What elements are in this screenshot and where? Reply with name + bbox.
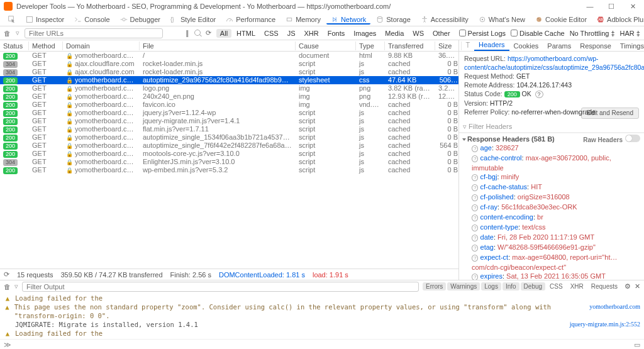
bottom-bar: ≫ ▭ bbox=[0, 339, 644, 349]
type-filter-media[interactable]: Media bbox=[381, 29, 408, 38]
pause-button[interactable]: ‖ bbox=[186, 29, 189, 37]
window-close-button[interactable]: ✕ bbox=[625, 3, 640, 11]
header-help-icon[interactable]: ? bbox=[472, 214, 478, 221]
console-tab-errors[interactable]: Errors bbox=[423, 282, 446, 291]
lock-icon: 🔒 bbox=[66, 110, 73, 116]
throttling-dropdown[interactable]: No Throttling ‡ bbox=[570, 30, 615, 37]
tab-accessibility[interactable]: Accessibility bbox=[416, 14, 473, 25]
console-filter-funnel-icon[interactable]: ▿ bbox=[14, 282, 18, 291]
column-header-transferred[interactable]: Transferred bbox=[385, 42, 435, 50]
tab-memory[interactable]: Memory bbox=[281, 14, 325, 25]
tab-network[interactable]: Network bbox=[326, 14, 370, 25]
tab-debugger[interactable]: Debugger bbox=[116, 14, 165, 25]
header-help-icon[interactable]: ? bbox=[472, 255, 478, 262]
header-row: ? cf-cache-status: HIT bbox=[463, 182, 640, 192]
pick-element-button[interactable] bbox=[4, 14, 20, 25]
tab-style-editor[interactable]: {}Style Editor bbox=[166, 14, 220, 25]
persist-logs-checkbox[interactable]: Persist Logs bbox=[459, 30, 506, 37]
console-tab-debug[interactable]: Debug bbox=[521, 282, 545, 291]
detail-tab-params[interactable]: Params bbox=[543, 41, 575, 51]
type-filter-xhr[interactable]: XHR bbox=[301, 29, 323, 38]
tab-whats-new[interactable]: What's New bbox=[474, 14, 530, 25]
column-header-cause[interactable]: Cause bbox=[296, 42, 356, 50]
header-help-icon[interactable]: ? bbox=[472, 224, 478, 231]
header-help-icon[interactable]: ? bbox=[472, 145, 478, 152]
type-filter-html[interactable]: HTML bbox=[233, 29, 259, 38]
tab-cookie-editor[interactable]: Cookie Editor bbox=[531, 14, 591, 25]
console-toggle-icon[interactable]: ▭ bbox=[634, 341, 640, 348]
disable-cache-checkbox[interactable]: Disable Cache bbox=[511, 30, 565, 37]
tab-adblock[interactable]: ABPAdblock Plus bbox=[592, 14, 644, 25]
console-tab-requests[interactable]: Requests bbox=[588, 282, 621, 291]
header-help-icon[interactable]: ? bbox=[472, 274, 478, 280]
header-help-icon[interactable]: ? bbox=[472, 204, 478, 211]
column-header-size[interactable]: Size bbox=[435, 42, 462, 50]
console-close-button[interactable]: ✕ bbox=[635, 282, 640, 291]
filter-headers-input[interactable]: ▿ Filter Headers bbox=[459, 121, 644, 133]
tab-console[interactable]: Console bbox=[70, 14, 114, 25]
console-message: ▲Loading failed for the with source "htt… bbox=[4, 329, 640, 338]
tab-inspector[interactable]: Inspector bbox=[21, 14, 69, 25]
detail-tab-response[interactable]: Response bbox=[575, 41, 616, 51]
type-filter-css[interactable]: CSS bbox=[260, 29, 282, 38]
column-header-method[interactable]: Method bbox=[29, 42, 63, 50]
detail-tab-timings[interactable]: Timings bbox=[616, 41, 644, 51]
reload-hint-button[interactable]: ⟳ bbox=[4, 270, 9, 279]
console-tab-info[interactable]: Info bbox=[502, 282, 519, 291]
type-filter-fonts[interactable]: Fonts bbox=[324, 29, 349, 38]
window-minimize-button[interactable]: — bbox=[582, 3, 597, 11]
header-row: ? expires: Sat, 13 Feb 2021 16:35:05 GMT bbox=[463, 272, 640, 280]
detail-close-button[interactable]: ⟙ bbox=[462, 40, 474, 51]
column-header-domain[interactable]: Domain bbox=[63, 42, 140, 50]
console-prompt-icon[interactable]: ≫ bbox=[4, 341, 11, 348]
console-tab-xhr[interactable]: XHR bbox=[567, 282, 587, 291]
har-dropdown[interactable]: HAR ‡ bbox=[620, 30, 640, 37]
type-filter-all[interactable]: All bbox=[216, 29, 231, 38]
header-help-icon[interactable]: ? bbox=[472, 155, 478, 162]
request-table-body[interactable]: 200GET🔒yomotherboard.com/documenthtml9.8… bbox=[0, 52, 458, 269]
clear-console-button[interactable]: 🗑 bbox=[4, 283, 11, 291]
app-icon bbox=[4, 2, 13, 11]
header-help-icon[interactable]: ? bbox=[472, 184, 478, 191]
clear-requests-button[interactable]: 🗑 bbox=[4, 30, 11, 37]
detail-tab-headers[interactable]: Headers bbox=[474, 40, 509, 51]
response-headers-toggle[interactable]: Response Headers (581 B) Raw Headers bbox=[463, 135, 640, 143]
cookie-icon bbox=[535, 16, 543, 23]
request-row[interactable]: 200GET🔒yomotherboard.comwp-embed.min.js?… bbox=[0, 166, 458, 174]
column-header-file[interactable]: File bbox=[140, 42, 296, 50]
performance-icon bbox=[226, 16, 233, 23]
console-category-tabs: ErrorsWarningsLogsInfoDebugCSSXHRRequest… bbox=[423, 282, 621, 291]
console-filter-input[interactable] bbox=[22, 282, 419, 292]
column-header-type[interactable]: Type bbox=[356, 42, 385, 50]
status-help-icon[interactable]: ? bbox=[535, 91, 543, 98]
console-tab-warnings[interactable]: Warnings bbox=[447, 282, 480, 291]
type-filter-ws[interactable]: WS bbox=[409, 29, 428, 38]
column-header-status[interactable]: Status bbox=[0, 42, 29, 50]
filter-funnel-icon[interactable]: ▿ bbox=[16, 29, 19, 37]
header-help-icon[interactable]: ? bbox=[472, 194, 478, 201]
header-help-icon[interactable]: ? bbox=[472, 174, 478, 181]
header-help-icon[interactable]: ? bbox=[472, 245, 478, 252]
request-table-header: StatusMethodDomainFileCauseTypeTransferr… bbox=[0, 40, 458, 52]
console-tab-logs[interactable]: Logs bbox=[481, 282, 501, 291]
window-maximize-button[interactable]: ☐ bbox=[604, 3, 619, 11]
filter-urls-input[interactable] bbox=[25, 28, 163, 38]
console-settings-button[interactable]: ⚙ bbox=[625, 282, 631, 291]
header-help-icon[interactable]: ? bbox=[472, 235, 478, 241]
svg-point-3 bbox=[122, 18, 125, 21]
detail-tab-cookies[interactable]: Cookies bbox=[509, 41, 543, 51]
console-message: ▲Loading failed for the with source "htt… bbox=[4, 294, 640, 302]
type-filter-other[interactable]: Other bbox=[429, 29, 454, 38]
raw-headers-toggle[interactable]: Raw Headers bbox=[583, 135, 640, 143]
search-button[interactable] bbox=[194, 30, 201, 37]
type-filter-images[interactable]: Images bbox=[350, 29, 380, 38]
header-row: ? cf-ray: 56c1fdca8e30e3ec-ORK bbox=[463, 202, 640, 213]
console-tab-css[interactable]: CSS bbox=[547, 282, 566, 291]
tab-storage[interactable]: Storage bbox=[372, 14, 415, 25]
reload-button[interactable]: ⟳ bbox=[206, 29, 211, 37]
tab-performance[interactable]: Performance bbox=[221, 14, 280, 25]
type-filter-js[interactable]: JS bbox=[284, 29, 299, 38]
console-source-link[interactable]: yomotherboard.com bbox=[589, 302, 640, 311]
console-source-link[interactable]: jquery-migrate.min.js:2:552 bbox=[570, 320, 640, 329]
svg-line-7 bbox=[230, 19, 231, 21]
